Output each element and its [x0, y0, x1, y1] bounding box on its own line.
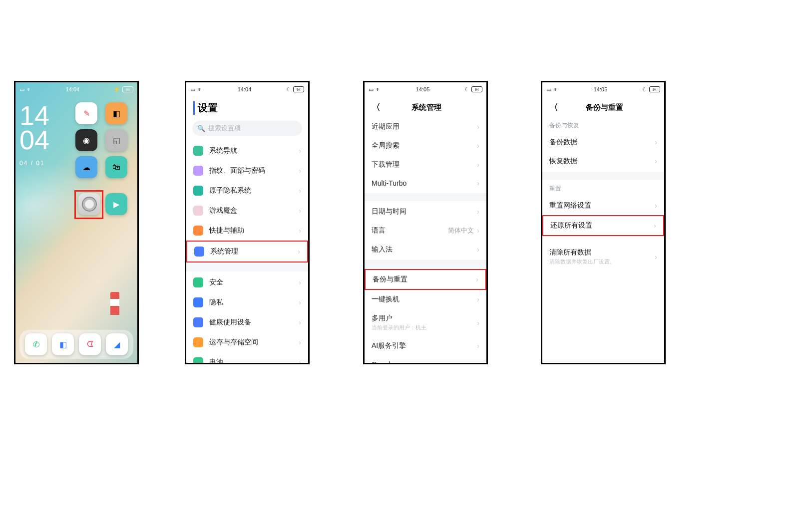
- settings-row[interactable]: 多用户当前登录的用户：机主›: [365, 309, 486, 336]
- back-button[interactable]: 〈: [549, 101, 558, 113]
- battery-level: 94: [293, 86, 304, 92]
- section-divider: [542, 172, 664, 180]
- battery-icon: ⚡: [113, 86, 120, 93]
- home-clock-widget[interactable]: 14 04 04 / 01: [19, 103, 49, 167]
- settings-row[interactable]: 清除所有数据清除数据并恢复出厂设置。›: [542, 243, 664, 270]
- phone-backup-reset: ▭ᯤ 14:05 ☾94 〈 备份与重置 备份与恢复 备份数据›恢复数据› 重置…: [541, 81, 666, 364]
- row-label: 隐私: [209, 298, 299, 307]
- chevron-right-icon: ›: [476, 275, 478, 283]
- settings-row[interactable]: 安全›: [186, 272, 308, 292]
- settings-row[interactable]: Google›: [365, 355, 486, 364]
- row-label: 一键换机: [372, 295, 477, 304]
- app-clock[interactable]: ✎: [75, 102, 97, 124]
- chevron-right-icon: ›: [299, 207, 301, 215]
- settings-row[interactable]: 重置网络设置›: [542, 196, 664, 215]
- settings-row[interactable]: 一键换机›: [365, 290, 486, 309]
- settings-row[interactable]: 游戏魔盒›: [186, 201, 308, 221]
- settings-row[interactable]: 健康使用设备›: [186, 312, 308, 332]
- status-time: 14:05: [416, 86, 430, 92]
- settings-row[interactable]: 备份数据›: [542, 133, 664, 152]
- search-input[interactable]: 🔍 搜索设置项: [192, 121, 302, 136]
- settings-row[interactable]: 原子隐私系统›: [186, 181, 308, 201]
- phone-settings: ▭ᯤ 14:04 ☾94 设置 🔍 搜索设置项 系统导航›指纹、面部与密码›原子…: [185, 81, 310, 364]
- row-label: 近期应用: [372, 122, 477, 131]
- page-title: 备份与重置: [562, 103, 646, 112]
- app-weather[interactable]: ☁: [75, 156, 97, 178]
- wifi-icon: ᯤ: [26, 86, 32, 92]
- settings-row[interactable]: 恢复数据›: [542, 152, 664, 171]
- settings-row[interactable]: 指纹、面部与密码›: [186, 161, 308, 181]
- settings-row[interactable]: 快捷与辅助›: [186, 221, 308, 241]
- status-signal-icon: ▭: [369, 86, 374, 93]
- status-time: 14:05: [594, 86, 608, 92]
- battery-level: 94: [122, 86, 133, 92]
- settings-row[interactable]: 系统导航›: [186, 141, 308, 161]
- chevron-right-icon: ›: [299, 278, 301, 286]
- chevron-right-icon: ›: [477, 295, 479, 303]
- dnd-icon: ☾: [464, 86, 469, 93]
- settings-row[interactable]: 备份与重置›: [365, 269, 486, 290]
- dock-phone[interactable]: ✆: [25, 333, 47, 355]
- dock-messages[interactable]: ◧: [52, 333, 74, 355]
- settings-row[interactable]: 电池›: [186, 352, 308, 364]
- chevron-right-icon: ›: [299, 227, 301, 235]
- settings-row[interactable]: 隐私›: [186, 292, 308, 312]
- settings-row[interactable]: 全局搜索›: [365, 136, 486, 155]
- chevron-right-icon: ›: [655, 138, 657, 146]
- row-label: 运存与存储空间: [209, 338, 299, 347]
- row-label: 重置网络设置: [549, 201, 655, 210]
- section-label-reset: 重置: [542, 180, 664, 195]
- settings-row[interactable]: 运存与存储空间›: [186, 332, 308, 352]
- row-label: 语言: [372, 226, 448, 235]
- app-transformer[interactable]: ◧: [105, 102, 127, 124]
- row-label: Multi-Turbo: [372, 179, 477, 187]
- phone-system-management: ▭ᯤ 14:05 ☾94 〈 系统管理 近期应用›全局搜索›下载管理›Multi…: [363, 81, 488, 364]
- settings-group-1: 系统导航›指纹、面部与密码›原子隐私系统›游戏魔盒›快捷与辅助›系统管理›: [186, 140, 308, 264]
- settings-row[interactable]: Multi-Turbo›: [365, 174, 486, 192]
- row-icon: [194, 247, 204, 257]
- status-signal-icon: ▭: [19, 86, 24, 93]
- settings-row[interactable]: 日期与时间›: [365, 202, 486, 221]
- settings-row[interactable]: 输入法›: [365, 240, 486, 259]
- settings-row[interactable]: 近期应用›: [365, 117, 486, 136]
- settings-row[interactable]: 系统管理›: [186, 241, 308, 263]
- dock-browser[interactable]: ◢: [106, 333, 128, 355]
- chevron-right-icon: ›: [299, 147, 301, 155]
- row-value: 简体中文: [448, 226, 474, 235]
- settings-row[interactable]: 还原所有设置›: [542, 215, 664, 236]
- chevron-right-icon: ›: [477, 360, 479, 364]
- chevron-right-icon: ›: [477, 123, 479, 131]
- sysm-group-3: 备份与重置›一键换机›多用户当前登录的用户：机主›AI服务引擎›Google›: [365, 268, 486, 364]
- row-label: 备份数据: [549, 138, 655, 147]
- row-label: Google: [372, 360, 477, 364]
- row-label: 安全: [209, 278, 299, 287]
- chevron-right-icon: ›: [299, 358, 301, 364]
- row-label: 日期与时间: [372, 207, 477, 216]
- row-sublabel: 当前登录的用户：机主: [372, 324, 477, 331]
- row-icon: [193, 337, 203, 347]
- settings-row[interactable]: 语言简体中文›: [365, 221, 486, 240]
- search-icon: 🔍: [197, 125, 205, 132]
- row-label: 健康使用设备: [209, 318, 299, 327]
- chevron-right-icon: ›: [477, 208, 479, 216]
- dock-music[interactable]: ᗧ: [79, 333, 101, 355]
- back-button[interactable]: 〈: [372, 101, 381, 113]
- row-icon: [193, 206, 203, 216]
- chevron-right-icon: ›: [299, 167, 301, 175]
- section-divider: [365, 193, 486, 201]
- app-grid: ✎ ◧ ◉ ◱ ☁ 🛍: [75, 102, 135, 178]
- app-settings[interactable]: [75, 190, 103, 218]
- app-imanager[interactable]: ▶: [105, 193, 127, 215]
- row-label: 原子隐私系统: [209, 186, 299, 195]
- dnd-icon: ☾: [642, 86, 647, 93]
- app-store[interactable]: 🛍: [105, 156, 127, 178]
- row-label: 备份与重置: [373, 275, 476, 284]
- settings-row[interactable]: 下载管理›: [365, 155, 486, 174]
- row-label: 系统管理: [210, 247, 298, 256]
- app-camera[interactable]: ◉: [75, 129, 97, 151]
- row-label: 还原所有设置: [550, 221, 654, 230]
- dnd-icon: ☾: [286, 86, 291, 93]
- settings-row[interactable]: AI服务引擎›: [365, 336, 486, 355]
- app-files[interactable]: ◱: [105, 129, 127, 151]
- row-label: 全局搜索: [372, 141, 477, 150]
